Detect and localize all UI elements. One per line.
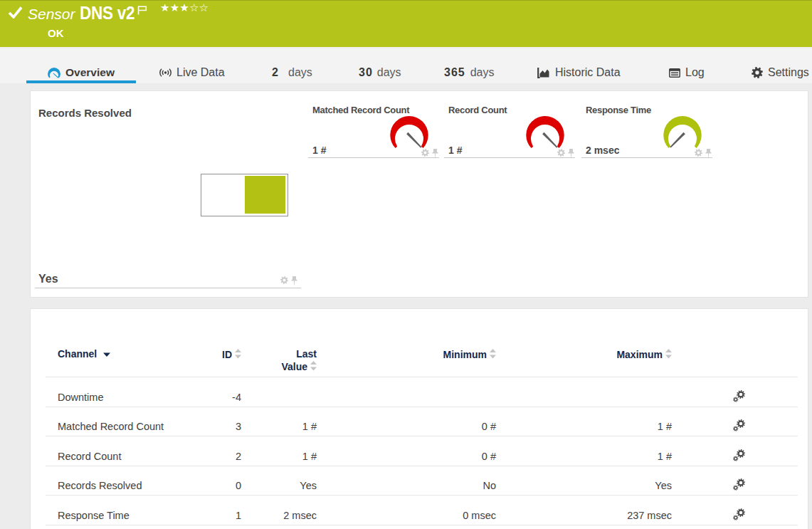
column-header-label-id: ID (222, 349, 232, 360)
tab-settings[interactable]: Settings (752, 64, 809, 81)
priority-flag-icon[interactable] (137, 5, 147, 18)
cell-minimum: 0 # (317, 407, 496, 436)
tab-365-days-label: days (470, 66, 495, 79)
tab-2-days-label: days (288, 66, 312, 79)
channels-table-header-row: Channel ID LastValue Minimum Maximum (46, 345, 798, 377)
cell-id: 1 (177, 496, 241, 525)
column-header-channel[interactable]: Channel (46, 345, 177, 377)
gauge-widget-response-time: Response Time 2 msec (581, 100, 712, 164)
sensor-status-header: Sensor DNS v2 ★★★☆☆ OK (0, 0, 812, 47)
tab-log-label: Log (685, 66, 705, 79)
cell-last-value: 1 # (241, 436, 317, 466)
tab-365-days-number: 365 (444, 66, 465, 79)
gauge-needle (542, 132, 557, 148)
cell-channel[interactable]: Matched Record Count (46, 407, 177, 436)
tab-historic-data-label: Historic Data (555, 66, 621, 79)
widget-gear-icon[interactable] (695, 149, 702, 157)
column-header-last-value[interactable]: LastValue (241, 345, 317, 377)
cell-channel[interactable]: Records Resolved (46, 466, 177, 496)
cell-channel-settings (672, 466, 798, 496)
cell-id: 3 (177, 407, 241, 436)
cell-last-value: 2 msec (241, 496, 317, 525)
channel-settings-gear-icon[interactable] (733, 478, 745, 491)
cell-maximum: 1 # (496, 407, 672, 436)
channel-settings-gear-icon[interactable] (733, 419, 745, 431)
gauge-value: 1 # (448, 145, 462, 156)
table-row[interactable]: Matched Record Count 3 1 # 0 # 1 # (46, 407, 798, 436)
column-header-label-minimum: Minimum (443, 349, 487, 360)
column-header-label-last-line1: Last (296, 348, 317, 360)
column-header-id[interactable]: ID (177, 345, 241, 377)
cell-last-value (241, 377, 317, 407)
gauge-widget-underline (444, 157, 575, 158)
column-header-settings (672, 345, 798, 377)
widget-pin-icon[interactable] (291, 276, 297, 286)
cell-maximum (496, 377, 672, 407)
widget-gear-icon[interactable] (557, 149, 565, 157)
cell-channel[interactable]: Record Count (46, 436, 177, 466)
widget-gear-icon[interactable] (280, 276, 288, 284)
log-icon (669, 68, 680, 78)
tab-30-days-label: days (377, 66, 401, 79)
tab-2-days[interactable]: 2 days (265, 64, 312, 81)
boolean-gauge-yes-block (245, 176, 285, 214)
tab-log[interactable]: Log (669, 64, 705, 81)
tab-2-days-number: 2 (265, 66, 279, 79)
cell-minimum: No (317, 466, 496, 496)
tab-365-days[interactable]: 365 days (444, 64, 495, 81)
sort-toggle-icon (665, 349, 672, 359)
cell-id: 0 (177, 466, 241, 496)
column-header-maximum[interactable]: Maximum (496, 345, 672, 377)
radial-gauge (390, 116, 428, 150)
gauge-title: Record Count (448, 105, 507, 115)
gauge-needle (670, 132, 685, 148)
table-row[interactable]: Record Count 2 1 # 0 # 1 # (46, 436, 798, 466)
cell-maximum: 1 # (496, 436, 672, 466)
tab-30-days[interactable]: 30 days (359, 64, 401, 81)
cell-channel[interactable]: Downtime (46, 377, 177, 407)
table-row[interactable]: Records Resolved 0 Yes No Yes (46, 466, 798, 496)
live-data-icon (159, 68, 172, 77)
page-title: Sensor DNS v2 (28, 1, 140, 28)
tab-live-data[interactable]: Live Data (159, 64, 225, 81)
sensor-kind-label: Sensor (28, 1, 75, 28)
cell-id: -4 (177, 377, 241, 407)
sensor-name: DNS v2 (80, 3, 135, 23)
historic-chart-icon (537, 68, 550, 78)
widget-gear-icon[interactable] (421, 149, 429, 157)
sort-toggle-icon (310, 361, 317, 371)
gauge-widget-underline (581, 157, 712, 158)
tab-30-days-number: 30 (359, 66, 373, 79)
primary-channel-title: Records Resolved (38, 107, 132, 119)
primary-channel-value: Yes (38, 273, 58, 286)
primary-channel-widget-icons (280, 276, 297, 286)
radial-gauge (663, 116, 702, 150)
gauge-widget-matched-record-count: Matched Record Count 1 # (308, 100, 439, 164)
sort-toggle-icon (490, 349, 496, 359)
cell-channel-settings (672, 436, 798, 466)
tab-overview[interactable]: Overview (26, 64, 136, 81)
radial-gauge (526, 116, 564, 150)
channel-settings-gear-icon[interactable] (733, 508, 745, 520)
cell-last-value: 1 # (241, 407, 317, 436)
sensor-status-text: OK (48, 27, 64, 39)
gauge-widget-underline (308, 157, 439, 158)
table-row[interactable]: Response Time 1 2 msec 0 msec 237 msec (46, 496, 798, 525)
settings-gear-icon (752, 67, 763, 78)
cell-channel[interactable]: Response Time (46, 496, 177, 525)
cell-id: 2 (177, 436, 241, 466)
gauge-value: 2 msec (586, 145, 619, 156)
tab-settings-label: Settings (768, 66, 809, 79)
gauge-widget-record-count: Record Count 1 # (444, 100, 575, 164)
priority-stars[interactable]: ★★★☆☆ (160, 3, 209, 14)
column-header-label-channel: Channel (58, 348, 97, 360)
primary-widget-underline (35, 288, 301, 288)
column-header-minimum[interactable]: Minimum (317, 345, 496, 377)
channel-settings-gear-icon[interactable] (733, 390, 745, 402)
tab-overview-label: Overview (65, 66, 115, 79)
channel-settings-gear-icon[interactable] (733, 449, 745, 461)
cell-last-value: Yes (241, 466, 317, 496)
sort-toggle-icon (235, 349, 241, 359)
tab-historic-data[interactable]: Historic Data (537, 64, 621, 81)
table-row[interactable]: Downtime -4 (46, 377, 798, 407)
